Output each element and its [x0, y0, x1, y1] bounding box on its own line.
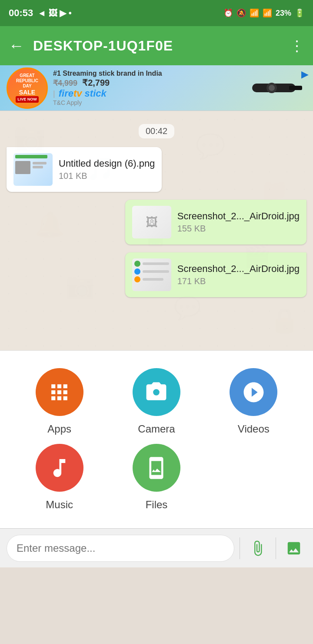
share-item-music[interactable]: Music	[13, 444, 106, 511]
toolbar: ← DESKTOP-1UQ1F0E ⋮	[0, 26, 313, 65]
share-grid-empty	[207, 444, 300, 511]
share-item-camera[interactable]: Camera	[110, 368, 203, 435]
back-button[interactable]: ←	[9, 37, 24, 55]
music-label: Music	[46, 499, 73, 511]
file-name: Screenshot_2..._AirDroid.jpg	[177, 211, 300, 222]
share-item-videos[interactable]: Videos	[207, 368, 300, 435]
camera-icon	[144, 380, 168, 404]
signal-icon: 📶	[263, 8, 272, 18]
file-info: Untitled design (6).png 101 KB	[59, 158, 155, 181]
ad-play-icon: ▶	[301, 69, 309, 80]
ad-banner: GREAT REPUBLIC DAY SALE LIVE NOW #1 Stre…	[0, 65, 313, 111]
videos-icon-circle	[230, 368, 277, 416]
file-info: Screenshot_2..._AirDroid.jpg 171 KB	[177, 263, 300, 286]
input-bar	[0, 528, 313, 567]
camera-icon-circle	[133, 368, 180, 416]
share-item-files[interactable]: Files	[110, 444, 203, 511]
file-message-content: Screenshot_2..._AirDroid.jpg 171 KB	[125, 252, 306, 297]
chat-title: DESKTOP-1UQ1F0E	[33, 38, 281, 54]
ad-brand: firetv stick	[59, 88, 107, 99]
status-icons: ◄ 🖼 ▶ •	[37, 8, 71, 18]
share-item-apps[interactable]: Apps	[13, 368, 106, 435]
share-panel: Apps Camera Videos	[0, 350, 313, 528]
image-button[interactable]	[281, 536, 306, 561]
attachment-button[interactable]	[245, 536, 270, 561]
files-icon	[144, 456, 168, 480]
file-size: 155 KB	[177, 224, 300, 234]
wifi-icon: 📶	[250, 8, 259, 18]
status-time: 00:53	[9, 7, 33, 19]
files-icon-circle	[133, 444, 180, 492]
paperclip-icon	[250, 540, 266, 557]
share-grid-row2: Music Files	[13, 444, 300, 511]
file-message-content: 🖼 Screenshot_2..._AirDroid.jpg 155 KB	[125, 200, 306, 245]
more-options-button[interactable]: ⋮	[290, 37, 304, 54]
apps-icon	[47, 380, 71, 404]
videos-label: Videos	[238, 423, 270, 435]
battery-icon: 🔋	[295, 8, 304, 18]
share-grid-row1: Apps Camera Videos	[13, 368, 300, 435]
ad-device	[246, 70, 306, 105]
file-size: 101 KB	[59, 171, 155, 181]
message-row: Untitled design (6).png 101 KB	[7, 147, 306, 192]
status-bar-left: 00:53 ◄ 🖼 ▶ •	[9, 7, 72, 19]
music-icon	[47, 456, 71, 480]
file-thumbnail: 🖼	[132, 206, 171, 238]
message-row: 🖼 Screenshot_2..._AirDroid.jpg 155 KB	[7, 200, 306, 245]
file-thumbnail	[13, 153, 53, 186]
videos-icon	[242, 380, 266, 404]
status-bar: 00:53 ◄ 🖼 ▶ • ⏰ 🔕 📶 📶 23% 🔋	[0, 0, 313, 26]
ad-text: #1 Streaming stick brand in India ₹4,999…	[48, 70, 246, 106]
message-input[interactable]	[7, 535, 234, 562]
svg-text:💬: 💬	[174, 295, 201, 321]
timestamp-badge: 00:42	[139, 124, 174, 138]
file-name: Screenshot_2..._AirDroid.jpg	[177, 263, 300, 275]
ad-old-price: ₹4,999	[53, 79, 77, 87]
message-row: Screenshot_2..._AirDroid.jpg 171 KB	[7, 252, 306, 297]
sent-message-2: Screenshot_2..._AirDroid.jpg 171 KB	[125, 252, 306, 297]
mute-icon: 🔕	[236, 8, 246, 18]
music-icon-circle	[36, 444, 83, 492]
status-bar-right: ⏰ 🔕 📶 📶 23% 🔋	[223, 8, 304, 18]
apps-label: Apps	[47, 423, 71, 435]
message-timestamp: 00:42	[7, 124, 306, 138]
image-icon	[286, 540, 302, 557]
file-message-content: Untitled design (6).png 101 KB	[7, 147, 162, 192]
files-label: Files	[146, 499, 168, 511]
file-thumbnail	[132, 258, 171, 291]
ad-tc: T&C Apply	[53, 99, 240, 106]
ad-prices: ₹4,999 ₹2,799	[53, 77, 240, 88]
received-message-1: Untitled design (6).png 101 KB	[7, 147, 162, 192]
camera-label: Camera	[138, 423, 175, 435]
battery-label: 23%	[276, 9, 291, 18]
file-name: Untitled design (6).png	[59, 158, 155, 169]
ad-top-text: #1 Streaming stick brand in India	[53, 70, 240, 77]
chat-area: 📷 🎵 💬 📁 🔔 📱 🎬 📷 💬 🔒 00:42	[0, 111, 313, 350]
ad-new-price: ₹2,799	[82, 78, 110, 87]
svg-point-3	[269, 85, 275, 91]
firetv-image	[248, 70, 304, 105]
input-divider-2	[276, 537, 276, 559]
input-divider	[240, 537, 240, 559]
sent-message-1: 🖼 Screenshot_2..._AirDroid.jpg 155 KB	[125, 200, 306, 245]
apps-icon-circle	[36, 368, 83, 416]
file-info: Screenshot_2..._AirDroid.jpg 155 KB	[177, 211, 300, 234]
svg-rect-1	[289, 86, 302, 90]
alarm-icon: ⏰	[223, 8, 233, 18]
svg-text:🔒: 🔒	[270, 306, 300, 335]
ad-badge: GREAT REPUBLIC DAY SALE LIVE NOW	[7, 67, 48, 109]
file-size: 171 KB	[177, 276, 300, 286]
